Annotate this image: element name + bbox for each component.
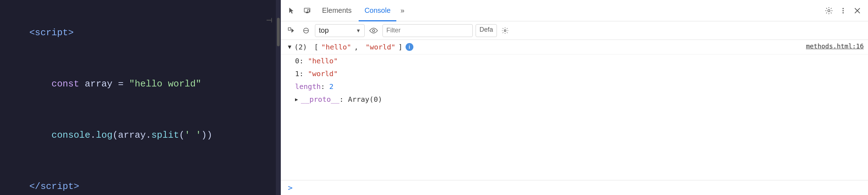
svg-rect-3	[307, 10, 309, 12]
colon-1: :	[299, 68, 308, 79]
devtools-panel: Elements Console »	[281, 0, 868, 195]
proto-value: Array(0)	[348, 94, 382, 105]
code-line-script-open: <script>	[7, 7, 274, 58]
source-link[interactable]: methods.html:16	[806, 41, 864, 52]
colon-length: :	[321, 81, 329, 92]
index-0-key: 0	[295, 55, 299, 67]
svg-rect-10	[288, 28, 291, 30]
code-line-script-close: </script>	[7, 161, 274, 195]
context-dropdown-arrow: ▼	[356, 28, 361, 33]
more-options-button[interactable]	[837, 4, 850, 17]
scroll-bar[interactable]	[276, 0, 281, 195]
clear-console-button[interactable]	[300, 25, 312, 37]
code-line-console: console.log(array.split(' '))	[7, 110, 274, 161]
more-tabs-button[interactable]: »	[398, 6, 407, 15]
colon-proto: :	[339, 94, 348, 105]
tab-elements[interactable]: Elements	[316, 0, 357, 21]
length-value: 2	[329, 81, 333, 92]
info-icon[interactable]: i	[406, 43, 413, 51]
console-output[interactable]: ▼ (2) [ "hello" , "world" ] i methods.ht…	[281, 40, 868, 180]
svg-point-15	[504, 30, 506, 31]
close-bracket: ]	[398, 41, 403, 53]
svg-marker-11	[291, 28, 294, 33]
svg-point-7	[842, 12, 844, 14]
index-1-value: "world"	[308, 68, 338, 79]
colon-0: :	[299, 55, 308, 67]
svg-point-5	[842, 8, 844, 9]
console-nested-1: 1 : "world"	[281, 67, 868, 80]
console-array-content: (2) [ "hello" , "world" ] i	[294, 41, 806, 53]
code-editor: <script> const array = "hello world" con…	[0, 0, 281, 195]
devtools-tabs: Elements Console »	[316, 0, 567, 21]
array-item-0: "hello"	[321, 41, 351, 53]
array-count: (2)	[294, 41, 311, 53]
code-line-const: const array = "hello world"	[7, 58, 274, 110]
svg-rect-1	[306, 12, 309, 13]
t-indicator: T	[264, 18, 274, 22]
default-levels-selector[interactable]: Defa	[476, 24, 497, 37]
context-selector[interactable]: top ▼	[315, 24, 365, 37]
console-settings-button[interactable]	[500, 25, 510, 36]
console-array-entry: ▼ (2) [ "hello" , "world" ] i methods.ht…	[281, 40, 868, 54]
select-element-button[interactable]	[285, 4, 298, 17]
array-summary: (2) [ "hello" , "world" ] i	[294, 41, 806, 53]
index-1-key: 1	[295, 68, 299, 79]
devtools-actions	[823, 4, 864, 17]
console-proto: ▶ __proto__ : Array(0)	[281, 93, 868, 106]
device-toolbar-button[interactable]	[301, 4, 314, 17]
console-input-line: >	[281, 180, 868, 195]
filter-input[interactable]	[382, 24, 473, 37]
svg-point-6	[842, 10, 844, 11]
settings-button[interactable]	[823, 4, 835, 17]
default-levels-label: Defa	[479, 26, 493, 33]
live-expression-button[interactable]	[368, 25, 380, 37]
context-value: top	[319, 26, 329, 35]
svg-point-14	[373, 30, 375, 32]
devtools-toolbar: top ▼ Defa	[281, 21, 868, 40]
open-bracket: [	[314, 41, 318, 53]
devtools-header: Elements Console »	[281, 0, 868, 21]
comma-1: ,	[354, 41, 363, 53]
svg-point-4	[828, 10, 830, 12]
tab-console[interactable]: Console	[359, 0, 396, 21]
array-item-1: "world"	[365, 41, 395, 53]
close-devtools-button[interactable]	[851, 4, 864, 17]
length-key: length	[295, 81, 321, 92]
console-length-prop: length : 2	[281, 80, 868, 93]
proto-expand-arrow[interactable]: ▶	[295, 95, 298, 103]
proto-key: __proto__	[301, 94, 339, 105]
console-nested-0: 0 : "hello"	[281, 54, 868, 67]
run-script-button[interactable]	[285, 25, 297, 37]
console-prompt: >	[288, 183, 293, 192]
array-expand-arrow[interactable]: ▼	[288, 41, 291, 52]
index-0-value: "hello"	[308, 55, 338, 67]
scroll-thumb[interactable]	[277, 18, 280, 46]
